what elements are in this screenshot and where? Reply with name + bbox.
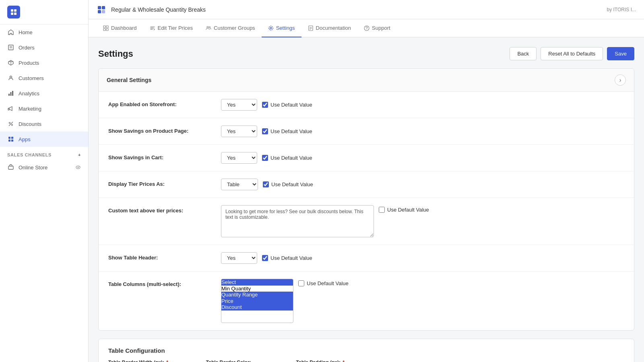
sidebar-item-discounts[interactable]: Discounts (0, 116, 88, 132)
svg-rect-19 (11, 137, 13, 139)
setting-row-app-enabled: App Enabled on Storefront: Yes No Use De… (99, 92, 634, 118)
general-settings-header: General Settings › (99, 69, 634, 92)
table-columns-default-checkbox[interactable] (298, 280, 304, 286)
general-settings-title: General Settings (107, 77, 151, 83)
savings-cart-default-label[interactable]: Use Default Value (262, 155, 312, 161)
table-border-width-field: Table Border Width (px): * Use Default V… (108, 360, 190, 362)
tab-dashboard[interactable]: Dashboard (97, 19, 143, 37)
savings-cart-select[interactable]: Yes No (221, 152, 257, 164)
products-icon (7, 59, 14, 66)
app-title: Regular & Wholesale Quantity Breaks (111, 6, 602, 13)
table-columns-control: Select Min Quantity Quantity Range Price… (221, 279, 349, 323)
setting-row-display-tier: Display Tier Prices As: Table List Use D… (99, 171, 634, 198)
svg-rect-2 (11, 12, 13, 15)
svg-point-16 (12, 124, 13, 125)
tab-settings[interactable]: Settings (262, 19, 301, 37)
sidebar-item-products[interactable]: Products (0, 55, 88, 70)
app-enabled-select[interactable]: Yes No (221, 99, 257, 111)
sidebar-item-home[interactable]: Home (0, 25, 88, 40)
svg-point-15 (9, 122, 10, 123)
tab-documentation[interactable]: Documentation (301, 19, 357, 37)
svg-rect-12 (10, 92, 12, 96)
setting-row-custom-text: Custom text above tier prices: Looking t… (99, 198, 634, 245)
tab-edit-tier-prices[interactable]: Edit Tier Prices (143, 19, 199, 37)
sales-channels-section: SALES CHANNELS + (0, 147, 88, 160)
tab-customer-groups[interactable]: Customer Groups (199, 19, 262, 37)
setting-row-savings-product: Show Savings on Product Page: Yes No Use… (99, 118, 634, 145)
table-configuration-card: Table Configuration Table Border Width (… (98, 339, 634, 362)
table-header-control: Yes No Use Default Value (221, 252, 312, 264)
app-icon (97, 5, 106, 14)
savings-product-default-label[interactable]: Use Default Value (262, 128, 312, 134)
home-icon (7, 29, 14, 36)
svg-rect-20 (8, 140, 10, 142)
svg-point-24 (78, 167, 79, 168)
svg-rect-25 (98, 6, 101, 9)
save-button[interactable]: Save (607, 47, 634, 60)
table-columns-listbox[interactable]: Select Min Quantity Quantity Range Price… (221, 279, 293, 323)
custom-text-control: Looking to get more for less? See our bu… (221, 205, 429, 237)
app-enabled-default-checkbox[interactable] (262, 102, 268, 108)
sidebar-item-marketing[interactable]: Marketing (0, 101, 88, 116)
online-store-visibility-icon[interactable] (75, 165, 81, 170)
savings-cart-default-checkbox[interactable] (262, 155, 268, 161)
svg-point-10 (10, 76, 12, 78)
svg-rect-22 (8, 166, 13, 169)
svg-point-40 (366, 29, 367, 29)
required-star: * (166, 360, 168, 362)
table-config-grid: Table Border Width (px): * Use Default V… (108, 360, 624, 362)
sidebar-item-analytics[interactable]: Analytics (0, 86, 88, 101)
page-title: Settings (98, 49, 133, 59)
table-border-width-label: Table Border Width (px): * (108, 360, 190, 362)
svg-rect-4 (8, 45, 13, 50)
back-button[interactable]: Back (510, 47, 537, 60)
savings-cart-control: Yes No Use Default Value (221, 152, 312, 164)
sidebar-item-online-store[interactable]: Online Store (0, 160, 88, 175)
add-sales-channel-icon[interactable]: + (78, 152, 81, 157)
setting-row-table-columns: Table Columns (multi-select): Select Min… (99, 272, 634, 330)
table-header-default-label[interactable]: Use Default Value (262, 255, 312, 261)
table-padding-label: Table Padding (px): * (296, 360, 378, 362)
sidebar-item-apps[interactable]: Apps (0, 132, 88, 147)
svg-point-35 (270, 27, 272, 29)
page-header: Settings Back Reset All to Defaults Save (98, 47, 634, 60)
svg-rect-0 (11, 9, 13, 12)
svg-rect-3 (14, 12, 17, 15)
table-config-section: Table Configuration Table Border Width (… (99, 339, 634, 362)
table-config-title: Table Configuration (108, 347, 624, 354)
svg-rect-26 (102, 6, 105, 9)
table-padding-field: Table Padding (px): * Use Default Value (296, 360, 378, 362)
sidebar-item-orders[interactable]: Orders (0, 40, 88, 55)
apps-icon (7, 136, 14, 143)
sidebar-item-customers[interactable]: Customers (0, 70, 88, 86)
tab-support[interactable]: Support (357, 19, 397, 37)
custom-text-textarea[interactable]: Looking to get more for less? See our bu… (221, 205, 374, 237)
svg-point-34 (209, 27, 211, 28)
custom-text-default-checkbox[interactable] (379, 207, 385, 213)
table-border-color-field: Table Border Color: ▼ Use Default Value (206, 360, 280, 362)
display-tier-default-checkbox[interactable] (263, 181, 269, 187)
tab-navigation: Dashboard Edit Tier Prices Customer Grou… (89, 19, 644, 37)
svg-point-33 (207, 26, 208, 28)
display-tier-select[interactable]: Table List (221, 179, 258, 190)
table-header-default-checkbox[interactable] (262, 255, 268, 261)
savings-product-default-checkbox[interactable] (262, 128, 268, 134)
savings-product-control: Yes No Use Default Value (221, 125, 312, 137)
display-tier-label: Display Tier Prices As: (108, 179, 221, 187)
setting-row-table-header: Show Table Header: Yes No Use Default Va… (99, 245, 634, 272)
analytics-icon (7, 90, 14, 97)
custom-text-default-label[interactable]: Use Default Value (379, 207, 429, 213)
svg-rect-21 (11, 140, 13, 142)
table-columns-default-label[interactable]: Use Default Value (298, 280, 349, 286)
general-settings-expand-button[interactable]: › (615, 74, 626, 86)
setting-row-savings-cart: Show Savings in Cart: Yes No Use Default… (99, 145, 634, 171)
savings-product-label: Show Savings on Product Page: (108, 125, 221, 134)
svg-rect-29 (103, 26, 105, 28)
reset-defaults-button[interactable]: Reset All to Defaults (541, 47, 603, 60)
required-star-2: * (343, 360, 345, 362)
table-header-select[interactable]: Yes No (221, 252, 257, 264)
app-enabled-default-label[interactable]: Use Default Value (262, 102, 312, 108)
display-tier-default-label[interactable]: Use Default Value (263, 181, 313, 187)
custom-text-label: Custom text above tier prices: (108, 205, 221, 214)
savings-product-select[interactable]: Yes No (221, 125, 257, 137)
